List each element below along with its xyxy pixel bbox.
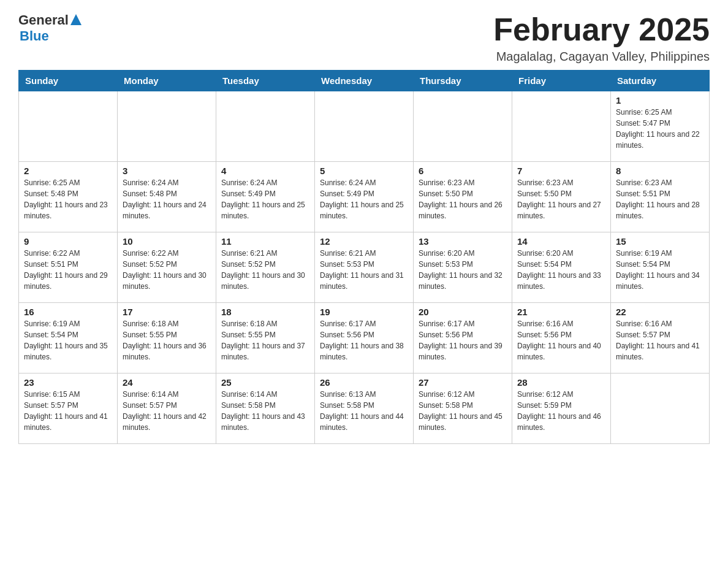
day-info: Sunrise: 6:24 AM Sunset: 5:48 PM Dayligh… xyxy=(123,177,211,221)
calendar-cell: 16Sunrise: 6:19 AM Sunset: 5:54 PM Dayli… xyxy=(19,303,118,373)
calendar-cell: 12Sunrise: 6:21 AM Sunset: 5:53 PM Dayli… xyxy=(315,232,414,303)
day-number: 11 xyxy=(221,236,309,247)
calendar-cell: 28Sunrise: 6:12 AM Sunset: 5:59 PM Dayli… xyxy=(512,373,611,444)
day-number: 6 xyxy=(419,166,507,176)
calendar-cell: 8Sunrise: 6:23 AM Sunset: 5:51 PM Daylig… xyxy=(611,162,710,232)
day-number: 18 xyxy=(221,307,309,317)
calendar-cell: 15Sunrise: 6:19 AM Sunset: 5:54 PM Dayli… xyxy=(611,232,710,303)
day-number: 25 xyxy=(221,377,309,388)
day-number: 24 xyxy=(123,377,211,388)
header-friday: Friday xyxy=(512,71,611,91)
day-info: Sunrise: 6:20 AM Sunset: 5:54 PM Dayligh… xyxy=(517,248,605,292)
day-info: Sunrise: 6:21 AM Sunset: 5:52 PM Dayligh… xyxy=(221,248,309,292)
logo-text-blue: Blue xyxy=(20,28,49,44)
title-block: February 2025 Magalalag, Cagayan Valley,… xyxy=(493,12,710,64)
day-info: Sunrise: 6:25 AM Sunset: 5:47 PM Dayligh… xyxy=(616,107,704,151)
day-info: Sunrise: 6:16 AM Sunset: 5:56 PM Dayligh… xyxy=(517,318,605,362)
day-number: 16 xyxy=(24,307,112,317)
day-info: Sunrise: 6:25 AM Sunset: 5:48 PM Dayligh… xyxy=(24,177,112,221)
day-number: 8 xyxy=(616,166,704,176)
calendar-cell: 25Sunrise: 6:14 AM Sunset: 5:58 PM Dayli… xyxy=(216,373,315,444)
day-info: Sunrise: 6:13 AM Sunset: 5:58 PM Dayligh… xyxy=(320,389,408,433)
calendar-cell: 2Sunrise: 6:25 AM Sunset: 5:48 PM Daylig… xyxy=(19,162,118,232)
day-number: 28 xyxy=(517,377,605,388)
day-info: Sunrise: 6:17 AM Sunset: 5:56 PM Dayligh… xyxy=(419,318,507,362)
calendar-cell: 23Sunrise: 6:15 AM Sunset: 5:57 PM Dayli… xyxy=(19,373,118,444)
day-info: Sunrise: 6:23 AM Sunset: 5:50 PM Dayligh… xyxy=(419,177,507,221)
calendar-cell: 27Sunrise: 6:12 AM Sunset: 5:58 PM Dayli… xyxy=(414,373,512,444)
day-info: Sunrise: 6:23 AM Sunset: 5:50 PM Dayligh… xyxy=(517,177,605,221)
day-info: Sunrise: 6:20 AM Sunset: 5:53 PM Dayligh… xyxy=(419,248,507,292)
page-header: General Blue February 2025 Magalalag, Ca… xyxy=(18,12,710,64)
calendar-cell: 9Sunrise: 6:22 AM Sunset: 5:51 PM Daylig… xyxy=(19,232,118,303)
day-info: Sunrise: 6:24 AM Sunset: 5:49 PM Dayligh… xyxy=(221,177,309,221)
day-number: 3 xyxy=(123,166,211,176)
logo-triangle-icon xyxy=(70,14,82,25)
day-number: 10 xyxy=(123,236,211,247)
week-row-2: 9Sunrise: 6:22 AM Sunset: 5:51 PM Daylig… xyxy=(19,232,710,303)
day-info: Sunrise: 6:18 AM Sunset: 5:55 PM Dayligh… xyxy=(221,318,309,362)
calendar-cell: 18Sunrise: 6:18 AM Sunset: 5:55 PM Dayli… xyxy=(216,303,315,373)
week-row-3: 16Sunrise: 6:19 AM Sunset: 5:54 PM Dayli… xyxy=(19,303,710,373)
calendar-cell: 24Sunrise: 6:14 AM Sunset: 5:57 PM Dayli… xyxy=(118,373,216,444)
month-title: February 2025 xyxy=(493,12,710,47)
day-info: Sunrise: 6:18 AM Sunset: 5:55 PM Dayligh… xyxy=(123,318,211,362)
calendar-cell: 1Sunrise: 6:25 AM Sunset: 5:47 PM Daylig… xyxy=(611,91,710,162)
day-number: 5 xyxy=(320,166,408,176)
calendar-cell: 11Sunrise: 6:21 AM Sunset: 5:52 PM Dayli… xyxy=(216,232,315,303)
day-info: Sunrise: 6:14 AM Sunset: 5:58 PM Dayligh… xyxy=(221,389,309,433)
day-info: Sunrise: 6:16 AM Sunset: 5:57 PM Dayligh… xyxy=(616,318,704,362)
calendar-cell xyxy=(315,91,414,162)
header-tuesday: Tuesday xyxy=(216,71,315,91)
week-row-1: 2Sunrise: 6:25 AM Sunset: 5:48 PM Daylig… xyxy=(19,162,710,232)
day-number: 20 xyxy=(419,307,507,317)
header-saturday: Saturday xyxy=(611,71,710,91)
calendar-cell: 21Sunrise: 6:16 AM Sunset: 5:56 PM Dayli… xyxy=(512,303,611,373)
day-number: 13 xyxy=(419,236,507,247)
logo: General Blue xyxy=(18,12,82,44)
calendar-cell: 17Sunrise: 6:18 AM Sunset: 5:55 PM Dayli… xyxy=(118,303,216,373)
svg-marker-0 xyxy=(70,14,82,25)
day-info: Sunrise: 6:22 AM Sunset: 5:51 PM Dayligh… xyxy=(24,248,112,292)
header-monday: Monday xyxy=(118,71,216,91)
location-subtitle: Magalalag, Cagayan Valley, Philippines xyxy=(493,50,710,64)
day-info: Sunrise: 6:23 AM Sunset: 5:51 PM Dayligh… xyxy=(616,177,704,221)
calendar-cell: 13Sunrise: 6:20 AM Sunset: 5:53 PM Dayli… xyxy=(414,232,512,303)
calendar-cell xyxy=(216,91,315,162)
day-info: Sunrise: 6:19 AM Sunset: 5:54 PM Dayligh… xyxy=(616,248,704,292)
week-row-0: 1Sunrise: 6:25 AM Sunset: 5:47 PM Daylig… xyxy=(19,91,710,162)
calendar-cell: 20Sunrise: 6:17 AM Sunset: 5:56 PM Dayli… xyxy=(414,303,512,373)
day-info: Sunrise: 6:24 AM Sunset: 5:49 PM Dayligh… xyxy=(320,177,408,221)
calendar-cell: 19Sunrise: 6:17 AM Sunset: 5:56 PM Dayli… xyxy=(315,303,414,373)
calendar-cell: 26Sunrise: 6:13 AM Sunset: 5:58 PM Dayli… xyxy=(315,373,414,444)
weekday-header-row: Sunday Monday Tuesday Wednesday Thursday… xyxy=(19,71,710,91)
day-info: Sunrise: 6:17 AM Sunset: 5:56 PM Dayligh… xyxy=(320,318,408,362)
calendar-cell: 7Sunrise: 6:23 AM Sunset: 5:50 PM Daylig… xyxy=(512,162,611,232)
day-number: 26 xyxy=(320,377,408,388)
day-number: 2 xyxy=(24,166,112,176)
calendar-cell: 10Sunrise: 6:22 AM Sunset: 5:52 PM Dayli… xyxy=(118,232,216,303)
calendar-cell: 5Sunrise: 6:24 AM Sunset: 5:49 PM Daylig… xyxy=(315,162,414,232)
calendar-table: Sunday Monday Tuesday Wednesday Thursday… xyxy=(18,70,710,444)
day-number: 9 xyxy=(24,236,112,247)
calendar-cell xyxy=(611,373,710,444)
day-number: 4 xyxy=(221,166,309,176)
calendar-cell xyxy=(118,91,216,162)
calendar-cell xyxy=(414,91,512,162)
calendar-cell xyxy=(19,91,118,162)
calendar-cell xyxy=(512,91,611,162)
header-wednesday: Wednesday xyxy=(315,71,414,91)
day-number: 14 xyxy=(517,236,605,247)
day-number: 23 xyxy=(24,377,112,388)
day-info: Sunrise: 6:19 AM Sunset: 5:54 PM Dayligh… xyxy=(24,318,112,362)
day-info: Sunrise: 6:15 AM Sunset: 5:57 PM Dayligh… xyxy=(24,389,112,433)
day-number: 27 xyxy=(419,377,507,388)
day-number: 1 xyxy=(616,95,704,105)
day-info: Sunrise: 6:12 AM Sunset: 5:58 PM Dayligh… xyxy=(419,389,507,433)
day-number: 12 xyxy=(320,236,408,247)
day-number: 7 xyxy=(517,166,605,176)
day-info: Sunrise: 6:14 AM Sunset: 5:57 PM Dayligh… xyxy=(123,389,211,433)
day-number: 22 xyxy=(616,307,704,317)
header-sunday: Sunday xyxy=(19,71,118,91)
day-number: 21 xyxy=(517,307,605,317)
